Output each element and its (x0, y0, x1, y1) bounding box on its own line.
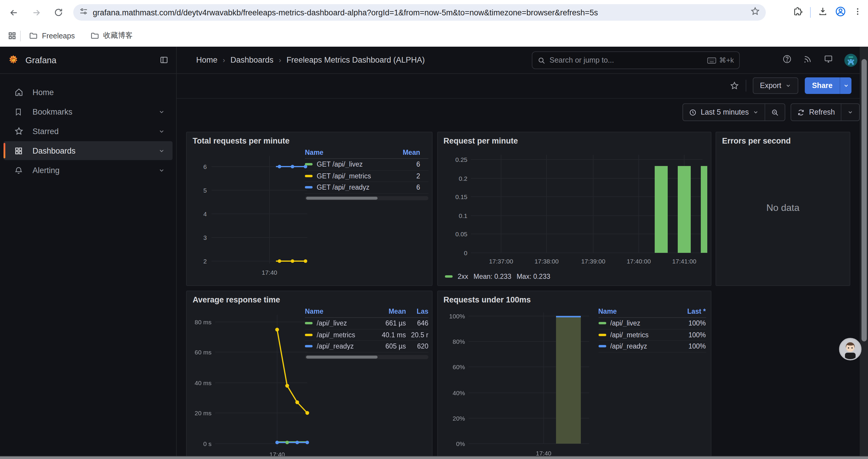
legend-header: Name Mean (305, 148, 428, 159)
chevron-down-icon (753, 109, 759, 115)
series-mean: 40.1 ms (369, 331, 406, 338)
window-bottom-scrollbar[interactable] (0, 456, 868, 459)
browser-toolbar: grafana.mathmast.com/d/deytv4rwavabkb/fr… (0, 0, 868, 25)
chevron-right-icon: › (279, 56, 281, 64)
home-icon (14, 88, 24, 97)
panel5-chart[interactable]: 100% 80% 60% 40% 20% 0% 17:40 (442, 306, 593, 459)
sidebar-item-bookmarks[interactable]: Bookmarks (4, 102, 173, 121)
legend-scrollbar[interactable] (305, 196, 428, 200)
share-button[interactable]: Share (805, 77, 840, 94)
legend-row[interactable]: /api/_metrics 40.1 ms 20.5 r (305, 329, 428, 341)
svg-text:0 s: 0 s (203, 440, 212, 447)
panel-title[interactable]: Total requests per minute (193, 136, 289, 145)
help-icon[interactable] (782, 54, 792, 66)
browser-menu-icon[interactable] (853, 7, 862, 18)
time-range-picker[interactable]: Last 5 minutes (683, 104, 765, 121)
chevron-down-icon[interactable] (158, 147, 165, 154)
chevron-down-icon (785, 83, 792, 89)
legend-row[interactable]: GET /api/_livez 6 (305, 159, 428, 170)
breadcrumb: Home › Dashboards › Freeleaps Metrics Da… (196, 56, 425, 64)
svg-text:17:37:00: 17:37:00 (489, 258, 513, 265)
legend-scrollbar[interactable] (305, 355, 428, 359)
reload-icon[interactable] (51, 5, 66, 20)
series-mean: 6 (402, 184, 428, 191)
sidebar-item-home[interactable]: Home (4, 83, 173, 102)
search-box[interactable]: ⌘+k (532, 52, 740, 69)
search-input[interactable] (550, 56, 707, 64)
sidebar-item-label: Dashboards (32, 146, 158, 155)
legend-row[interactable]: /api/_metrics 100% (598, 329, 706, 341)
legend-row[interactable]: GET /api/_metrics 2 (305, 170, 428, 182)
bookmark-folder-label: Freeleaps (42, 32, 75, 40)
chevron-down-icon[interactable] (158, 167, 165, 173)
svg-text:0: 0 (464, 250, 467, 256)
sidebar-toggle-icon[interactable] (159, 56, 168, 64)
panel-title[interactable]: Errors per second (722, 136, 791, 145)
legend-row[interactable]: /api/_livez 100% (598, 318, 706, 329)
share-menu-button[interactable] (840, 77, 851, 94)
legend-col-last[interactable]: Las (406, 308, 428, 315)
breadcrumb-current: Freeleaps Metrics Dashboard (ALPHA) (286, 56, 425, 64)
legend-row[interactable]: /api/_readyz 100% (598, 341, 706, 352)
profile-icon[interactable] (835, 6, 846, 19)
forward-icon[interactable] (28, 5, 44, 20)
refresh-interval-button[interactable] (841, 104, 859, 121)
site-settings-icon[interactable] (79, 7, 88, 18)
refresh-button[interactable]: Refresh (791, 104, 841, 121)
address-bar[interactable]: grafana.mathmast.com/d/deytv4rwavabkb/fr… (73, 4, 766, 21)
legend-row[interactable]: /api/_readyz 605 µs 620 (305, 341, 428, 352)
panel-title[interactable]: Average response time (193, 295, 280, 304)
svg-text:80 ms: 80 ms (195, 319, 212, 326)
panel-title[interactable]: Requests under 100ms (443, 295, 531, 304)
grafana-app: Grafana Home › Dashboards › Freeleaps Me… (0, 47, 868, 459)
zoom-out-button[interactable] (765, 104, 785, 121)
panel-request-per-minute: Request per minute 0.25 0.2 0.15 0.1 0.0… (437, 132, 711, 286)
avatar-image (840, 339, 860, 359)
url-text[interactable]: grafana.mathmast.com/d/deytv4rwavabkb/fr… (93, 8, 750, 17)
page-scrollbar-thumb[interactable] (861, 59, 867, 341)
series-name: 2xx (458, 273, 468, 280)
chevron-down-icon[interactable] (158, 108, 165, 115)
news-rss-icon[interactable] (803, 54, 812, 66)
bookmark-star-icon[interactable] (750, 6, 760, 18)
export-button[interactable]: Export (753, 77, 798, 94)
panel1-chart[interactable]: 6 5 4 3 2 17:40 (191, 148, 310, 282)
series-color-pill (598, 322, 606, 325)
toolbar-divider (746, 80, 746, 92)
panel-title[interactable]: Request per minute (443, 136, 518, 145)
panel2-chart[interactable]: 0.25 0.2 0.15 0.1 0.05 0 17:37:00 17:38:… (442, 148, 707, 266)
grafana-logo[interactable] (8, 54, 19, 66)
legend-col-last[interactable]: Last * (677, 308, 706, 315)
sidebar-item-dashboards[interactable]: Dashboards (4, 141, 173, 160)
favorite-star-icon[interactable] (730, 81, 739, 90)
legend-row[interactable]: /api/_livez 661 µs 646 (305, 318, 428, 329)
clock-icon (689, 108, 696, 116)
bookmark-folder-blogs[interactable]: 收藏博客 (90, 31, 133, 41)
bookmark-folder-freeleaps[interactable]: Freeleaps (29, 31, 75, 40)
panel4-chart[interactable]: 80 ms 60 ms 40 ms 20 ms 0 s 17:40 (191, 306, 310, 459)
floating-assistant-avatar[interactable] (839, 338, 862, 360)
legend-col-mean[interactable]: Mean (402, 149, 428, 156)
series-last: 100% (677, 320, 706, 327)
sidebar-item-label: Bookmarks (32, 107, 158, 116)
legend-col-name[interactable]: Name (305, 149, 402, 156)
back-icon[interactable] (6, 5, 21, 20)
legend-col-mean[interactable]: Mean (369, 308, 406, 315)
monitor-icon[interactable] (824, 54, 833, 66)
series-mean: 605 µs (369, 343, 406, 350)
extensions-icon[interactable] (793, 6, 803, 19)
legend-col-name[interactable]: Name (598, 308, 677, 315)
svg-text:2: 2 (203, 258, 207, 265)
apps-grid-icon[interactable] (8, 31, 17, 40)
sidebar-item-starred[interactable]: Starred (4, 122, 173, 140)
user-avatar[interactable] (844, 54, 857, 67)
legend-row[interactable]: GET /api/_readyz 6 (305, 182, 428, 193)
panel2-legend[interactable]: 2xx Mean: 0.233 Max: 0.233 (445, 273, 550, 280)
breadcrumb-dashboards[interactable]: Dashboards (230, 56, 274, 64)
chevron-down-icon[interactable] (158, 128, 165, 134)
breadcrumb-home[interactable]: Home (196, 56, 217, 64)
legend-col-name[interactable]: Name (305, 308, 369, 315)
svg-text:20%: 20% (452, 415, 465, 422)
downloads-icon[interactable] (818, 6, 828, 19)
sidebar-item-alerting[interactable]: Alerting (4, 161, 173, 179)
